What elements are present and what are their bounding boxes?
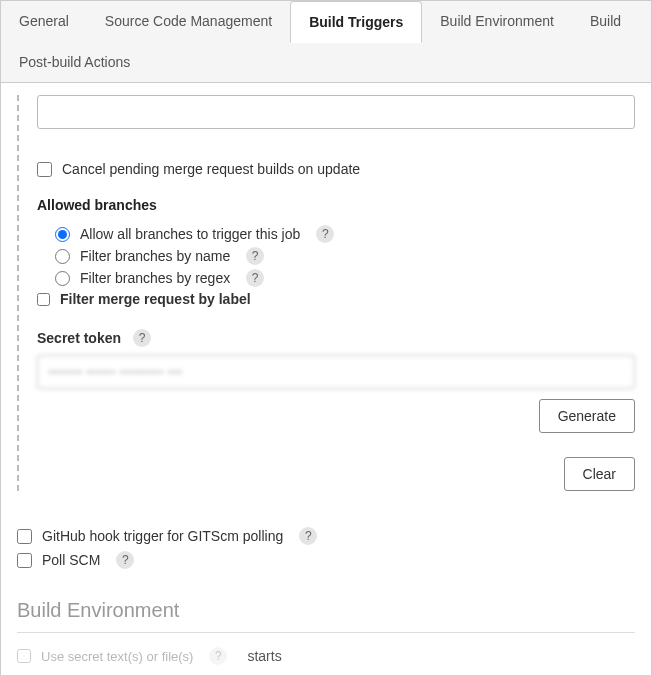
separator [17,632,635,633]
content-area: Cancel pending merge request builds on u… [1,83,651,675]
tab-build[interactable]: Build [572,1,639,42]
clear-button[interactable]: Clear [564,457,635,491]
help-icon[interactable]: ? [299,527,317,545]
help-icon[interactable]: ? [316,225,334,243]
tab-scm[interactable]: Source Code Management [87,1,290,42]
cancel-pending-checkbox[interactable] [37,162,52,177]
branch-allow-all-radio[interactable] [55,227,70,242]
trigger-section: Cancel pending merge request builds on u… [17,95,635,491]
github-hook-label: GitHub hook trigger for GITScm polling [42,528,283,544]
help-icon[interactable]: ? [246,247,264,265]
branch-by-regex-radio[interactable] [55,271,70,286]
use-secret-label: Use secret text(s) or file(s) [41,649,193,664]
poll-scm-label: Poll SCM [42,552,100,568]
help-icon[interactable]: ? [246,269,264,287]
cancel-pending-label: Cancel pending merge request builds on u… [62,161,360,177]
generate-button[interactable]: Generate [539,399,635,433]
help-icon[interactable]: ? [116,551,134,569]
github-hook-checkbox[interactable] [17,529,32,544]
branch-by-name-radio[interactable] [55,249,70,264]
tab-post-build[interactable]: Post-build Actions [1,42,148,82]
branch-by-name-label: Filter branches by name [80,248,230,264]
filter-mr-label-checkbox[interactable] [37,293,50,306]
poll-scm-checkbox[interactable] [17,553,32,568]
secret-token-label: Secret token [37,330,121,346]
tab-build-triggers[interactable]: Build Triggers [290,1,422,43]
tab-general[interactable]: General [1,1,87,42]
tab-build-env[interactable]: Build Environment [422,1,572,42]
build-env-heading: Build Environment [17,599,635,622]
allowed-branches-title: Allowed branches [37,197,635,213]
config-tabs: General Source Code Management Build Tri… [1,1,651,83]
secret-token-input[interactable] [37,355,635,389]
url-input[interactable] [37,95,635,129]
use-secret-checkbox[interactable] [17,649,31,663]
help-icon[interactable]: ? [209,647,227,665]
branch-allow-all-label: Allow all branches to trigger this job [80,226,300,242]
help-icon[interactable]: ? [133,329,151,347]
branch-by-regex-label: Filter branches by regex [80,270,230,286]
filter-mr-label-label: Filter merge request by label [60,291,251,307]
starts-text: starts [247,648,281,664]
